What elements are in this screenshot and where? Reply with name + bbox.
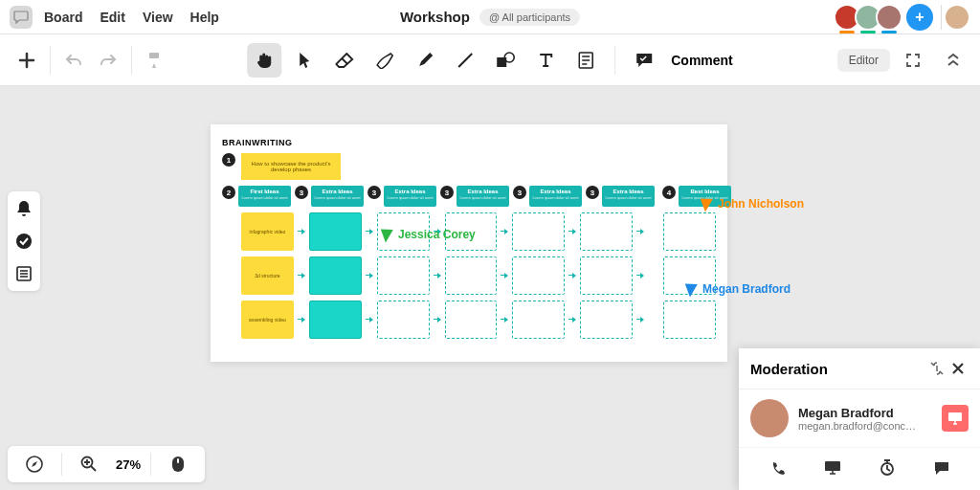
toolbar-tools: Comment (247, 43, 733, 78)
step-dot: 2 (222, 186, 235, 199)
grid-cell[interactable] (445, 212, 498, 251)
step-dot: 3 (295, 186, 308, 199)
grid-cell[interactable] (377, 301, 430, 339)
board-title[interactable]: Workshop (400, 9, 470, 25)
svg-rect-5 (17, 267, 31, 280)
column-header[interactable]: Best IdeasLorem ipsum dolor sit amet (679, 186, 731, 207)
svg-point-10 (82, 457, 93, 468)
column-headers: 2First IdeasLorem ipsum dolor sit amet3E… (222, 186, 716, 207)
fullscreen-button[interactable] (896, 43, 930, 78)
column-header[interactable]: Extra IdeasLorem ipsum dolor sit amet (457, 186, 509, 207)
svg-point-2 (504, 53, 514, 62)
participants-pill[interactable]: @ All participants (479, 9, 580, 26)
column-header[interactable]: Extra IdeasLorem ipsum dolor sit amet (384, 186, 436, 207)
grid-cell[interactable] (512, 256, 565, 295)
add-participant-button[interactable]: + (906, 4, 933, 31)
column-header[interactable]: First IdeasLorem ipsum dolor sit amet (238, 186, 291, 207)
step-dot: 4 (662, 186, 676, 199)
list-icon[interactable] (14, 264, 33, 283)
svg-rect-3 (579, 53, 592, 68)
column-header[interactable]: Extra IdeasLorem ipsum dolor sit amet (529, 186, 582, 207)
grid-cell[interactable] (663, 256, 716, 295)
menubar-center: Workshop @ All participants (400, 9, 580, 26)
grid-cell[interactable] (377, 212, 430, 251)
grid-row: assembling video (222, 301, 716, 339)
toolbar-right: Editor (837, 43, 970, 78)
line-tool[interactable] (448, 43, 482, 78)
format-painter-button[interactable] (138, 43, 172, 78)
self-avatar[interactable] (944, 4, 970, 31)
divider (50, 46, 51, 75)
step-dot: 3 (513, 186, 526, 199)
mouse-icon[interactable] (161, 447, 195, 481)
timer-icon[interactable] (875, 456, 900, 480)
role-selector[interactable]: Editor (837, 49, 890, 72)
grid-cell[interactable] (445, 301, 498, 339)
hand-tool[interactable] (247, 43, 281, 78)
grid-cell[interactable]: infographic video (241, 212, 294, 251)
grid-cell[interactable] (309, 212, 362, 251)
grid-cell[interactable] (580, 301, 633, 339)
svg-point-9 (27, 457, 42, 472)
redo-button[interactable] (91, 43, 125, 78)
moderation-panel: Moderation Megan Bradford megan.bradford… (739, 348, 980, 490)
text-tool[interactable] (528, 43, 563, 78)
comment-tool[interactable] (627, 43, 661, 78)
close-icon[interactable] (947, 358, 969, 379)
grid-cell[interactable]: 3d structure (241, 256, 294, 295)
avatar[interactable] (750, 399, 789, 437)
grid-row: 3d structure (222, 256, 716, 295)
eraser-tool[interactable] (327, 43, 362, 78)
prompt-card[interactable]: How to showcase the product's develop ph… (241, 153, 341, 180)
note-tool[interactable] (568, 43, 603, 78)
grid-cell[interactable] (663, 301, 716, 339)
step-dot: 1 (222, 153, 235, 167)
minimize-icon[interactable] (926, 358, 947, 379)
add-button[interactable] (10, 43, 44, 78)
grid-cell[interactable] (512, 212, 565, 251)
divider (614, 46, 615, 75)
undo-button[interactable] (56, 43, 91, 78)
menu-edit[interactable]: Edit (100, 10, 124, 25)
menu-help[interactable]: Help (190, 10, 219, 25)
zoom-level[interactable]: 27% (116, 457, 141, 472)
call-icon[interactable] (766, 456, 791, 480)
menu-items: Board Edit View Help (44, 10, 219, 25)
shape-tool[interactable] (488, 43, 523, 78)
grid-row: infographic video (222, 212, 716, 251)
grid-cell[interactable] (309, 301, 362, 339)
user-email: megan.bradford@conc… (798, 420, 932, 432)
app-logo[interactable] (10, 6, 33, 29)
zoom-in-button[interactable] (72, 447, 106, 481)
grid-cell[interactable] (445, 256, 498, 295)
whiteboard-canvas[interactable]: BRAINWRITING 1 How to showcase the produ… (211, 124, 727, 362)
grid-cell[interactable] (580, 212, 633, 251)
chat-icon[interactable] (929, 456, 954, 480)
pen-tool[interactable] (368, 43, 402, 78)
avatar-stack: + (839, 4, 970, 31)
column-header[interactable]: Extra IdeasLorem ipsum dolor sit amet (311, 186, 364, 207)
step-dot: 3 (586, 186, 599, 199)
moderation-user-row: Megan Bradford megan.bradford@conc… (739, 390, 980, 447)
marker-tool[interactable] (408, 43, 442, 78)
grid-cell[interactable] (663, 212, 716, 251)
screen-icon[interactable] (820, 456, 845, 480)
menu-view[interactable]: View (143, 10, 173, 25)
notifications-icon[interactable] (14, 199, 33, 218)
approve-icon[interactable] (14, 232, 33, 251)
grid-cell[interactable] (512, 301, 565, 339)
svg-rect-1 (497, 57, 506, 67)
grid-cell[interactable] (309, 256, 362, 295)
column-header[interactable]: Extra IdeasLorem ipsum dolor sit amet (602, 186, 655, 207)
menu-board[interactable]: Board (44, 10, 82, 25)
avatar[interactable] (876, 4, 902, 31)
collapse-button[interactable] (936, 43, 970, 78)
svg-rect-7 (825, 461, 840, 471)
present-button[interactable] (942, 405, 969, 432)
compass-icon[interactable] (17, 447, 52, 481)
grid-cell[interactable] (377, 256, 430, 295)
bottom-bar: 27% (8, 446, 205, 482)
pointer-tool[interactable] (287, 43, 322, 78)
grid-cell[interactable]: assembling video (241, 301, 294, 339)
grid-cell[interactable] (580, 256, 633, 295)
